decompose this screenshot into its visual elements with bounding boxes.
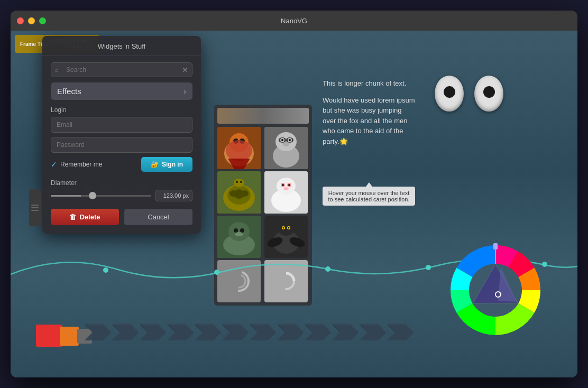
- effects-row[interactable]: Effects ›: [51, 82, 192, 100]
- diameter-section: Diameter 123.00 px: [51, 179, 192, 201]
- svg-point-25: [234, 179, 244, 187]
- animal-image-1[interactable]: [217, 127, 261, 169]
- svg-point-18: [289, 139, 291, 141]
- delete-button[interactable]: 🗑 Delete: [51, 209, 119, 225]
- signin-icon: 🔐: [151, 161, 159, 168]
- color-block-orange: [60, 327, 79, 346]
- color-wheel-container: [440, 235, 551, 346]
- effects-label: Effects: [57, 87, 81, 96]
- password-input[interactable]: [51, 137, 192, 153]
- search-container: ⌕ ✕: [51, 62, 192, 77]
- chevron-right-icon: ›: [183, 87, 186, 96]
- eyes-container: [435, 76, 503, 112]
- text-paragraph-2: Would have used lorem ipsum but she was …: [323, 95, 415, 147]
- signin-label: Sign in: [162, 161, 183, 168]
- remember-signin-row: ✓ Remember me 🔐 Sign in: [51, 157, 192, 172]
- arrows-svg: [85, 319, 434, 346]
- svg-point-39: [234, 228, 238, 233]
- svg-marker-82: [332, 323, 359, 340]
- delete-icon: 🗑: [69, 213, 76, 221]
- email-input[interactable]: [51, 117, 192, 133]
- top-strip: [217, 108, 309, 124]
- svg-point-17: [281, 139, 283, 141]
- left-pupil: [444, 86, 455, 98]
- cancel-button[interactable]: Cancel: [124, 209, 192, 225]
- wheel-indicator[interactable]: [493, 243, 498, 250]
- svg-marker-78: [222, 323, 249, 340]
- main-content: Frame Time 642.54 FPS 1.56 ms Widgets 'n…: [11, 31, 577, 377]
- svg-point-30: [277, 178, 296, 195]
- arrows-row: [85, 319, 434, 346]
- svg-marker-81: [305, 323, 331, 340]
- window-title: NanoVG: [281, 17, 307, 25]
- svg-marker-77: [195, 323, 221, 340]
- text-paragraph-1: This is longer chunk of text.: [323, 78, 415, 89]
- svg-point-5: [226, 140, 252, 161]
- widget-panel: Widgets 'n Stuff ⌕ ✕ Effects › Login: [42, 36, 201, 234]
- remember-me-checkbox[interactable]: ✓ Remember me: [51, 160, 102, 169]
- svg-marker-79: [250, 323, 276, 340]
- svg-point-47: [282, 227, 284, 229]
- widget-body: ⌕ ✕ Effects › Login ✓ Remember m: [42, 56, 201, 201]
- login-section-label: Login: [51, 106, 192, 114]
- svg-point-44: [278, 222, 294, 236]
- svg-point-48: [288, 227, 289, 229]
- svg-point-26: [236, 181, 238, 183]
- tooltip-text: Hover your mouse over the text to see ca…: [328, 190, 409, 202]
- color-block-red: [36, 325, 62, 347]
- svg-point-40: [240, 228, 244, 233]
- diameter-value: 123.00 px: [155, 190, 192, 201]
- svg-marker-75: [140, 323, 166, 340]
- search-icon: ⌕: [55, 67, 59, 73]
- scroll-line-3: [31, 210, 39, 211]
- svg-point-33: [282, 184, 284, 186]
- svg-point-35: [283, 187, 289, 190]
- titlebar: NanoVG: [11, 11, 577, 31]
- main-window: NanoVG Frame Time 642.54 FPS 1.56 ms Wid…: [11, 11, 577, 377]
- tooltip-box: Hover your mouse over the text to see ca…: [323, 187, 415, 206]
- close-button[interactable]: [17, 17, 24, 24]
- signin-button[interactable]: 🔐 Sign in: [141, 157, 192, 172]
- animal-image-2[interactable]: [264, 127, 308, 169]
- cancel-label: Cancel: [148, 213, 169, 221]
- scroll-line-1: [31, 205, 39, 206]
- svg-point-24: [241, 190, 249, 197]
- diameter-label: Diameter: [51, 179, 192, 187]
- color-blocks: [36, 325, 92, 347]
- right-pupil: [483, 86, 495, 98]
- diameter-slider[interactable]: [51, 195, 151, 197]
- svg-point-34: [288, 184, 290, 186]
- color-wheel-svg: [440, 235, 551, 346]
- delete-label: Delete: [79, 213, 100, 221]
- animal-image-3[interactable]: [217, 171, 261, 214]
- svg-point-27: [240, 181, 242, 183]
- scroll-handle[interactable]: [29, 189, 41, 226]
- action-buttons: 🗑 Delete Cancel: [42, 209, 201, 225]
- svg-point-59: [426, 265, 431, 270]
- checkmark-icon: ✓: [51, 160, 57, 169]
- minimize-button[interactable]: [28, 17, 35, 24]
- svg-point-57: [214, 270, 219, 275]
- svg-point-41: [235, 232, 243, 236]
- search-clear-icon[interactable]: ✕: [182, 66, 188, 74]
- left-eye: [435, 76, 464, 112]
- svg-marker-73: [85, 323, 111, 340]
- right-eye: [474, 76, 503, 112]
- maximize-button[interactable]: [39, 17, 46, 24]
- svg-marker-83: [360, 323, 386, 340]
- svg-marker-76: [167, 323, 194, 340]
- scroll-line-2: [31, 207, 39, 208]
- window-controls: [17, 17, 46, 24]
- svg-point-56: [103, 267, 108, 273]
- svg-point-58: [325, 266, 330, 272]
- svg-marker-80: [277, 323, 304, 340]
- svg-point-38: [228, 222, 250, 241]
- search-input[interactable]: [51, 62, 192, 77]
- svg-marker-74: [112, 323, 139, 340]
- widget-panel-title: Widgets 'n Stuff: [42, 36, 201, 56]
- diameter-controls: 123.00 px: [51, 190, 192, 201]
- animal-image-4[interactable]: [264, 171, 308, 214]
- text-area: This is longer chunk of text. Would have…: [323, 78, 415, 146]
- svg-point-23: [229, 190, 237, 197]
- remember-me-label: Remember me: [60, 161, 102, 168]
